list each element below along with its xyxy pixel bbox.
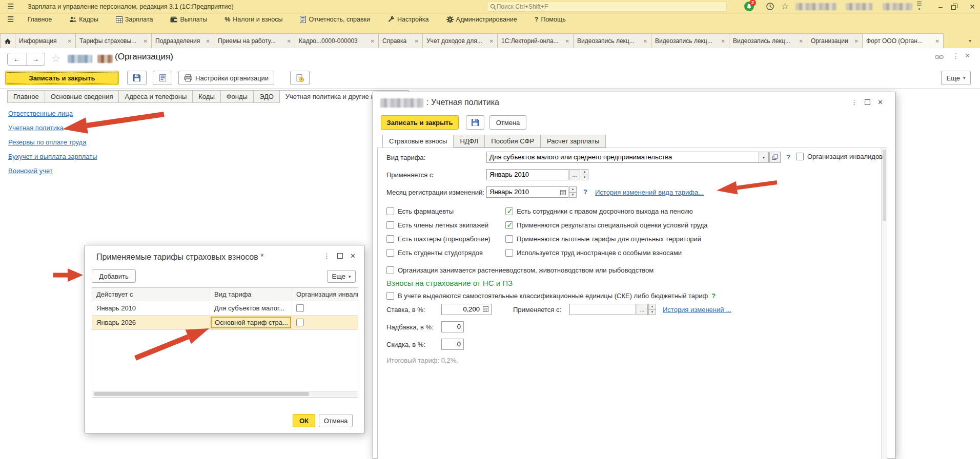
- cancel-button[interactable]: Отмена: [319, 414, 353, 427]
- browser-tab[interactable]: Справка✕: [379, 33, 423, 48]
- close-icon[interactable]: ✕: [854, 38, 859, 44]
- tab-posobiya-sfr[interactable]: Пособия СФР: [485, 135, 541, 148]
- checkbox[interactable]: [386, 266, 394, 274]
- close-icon[interactable]: ✕: [415, 38, 419, 44]
- menu-vyplaty[interactable]: Выплаты: [170, 16, 207, 23]
- org-disabled-checkbox[interactable]: [296, 319, 304, 326]
- checkbox-row[interactable]: Применяются льготные тарифы для отдельны…: [505, 235, 701, 243]
- checkbox-row[interactable]: Есть студенты студотрядов: [386, 249, 483, 257]
- browser-tab[interactable]: Информация✕: [15, 33, 76, 48]
- ok-button[interactable]: ОК: [293, 414, 315, 427]
- more-button[interactable]: Еще▾: [941, 71, 971, 85]
- reg-month-input[interactable]: Январь 2010: [486, 186, 568, 198]
- menu-nalogi[interactable]: % Налоги и взносы: [224, 16, 282, 23]
- rate-applies-input[interactable]: [569, 304, 636, 315]
- link-otvetstvennye-lica[interactable]: Ответственные лица: [8, 110, 73, 117]
- close-icon[interactable]: ✕: [371, 38, 375, 44]
- save-close-button[interactable]: Записать и закрыть: [381, 115, 459, 130]
- checkbox-row[interactable]: Есть сотрудники с правом досрочного выхо…: [505, 207, 693, 215]
- tab-kody[interactable]: Коды: [193, 90, 220, 103]
- calendar-icon[interactable]: [560, 190, 566, 195]
- browser-tab[interactable]: Тарифы страховы...✕: [76, 33, 152, 48]
- checkbox-row[interactable]: Есть члены летных экипажей: [386, 221, 488, 229]
- more-button[interactable]: Еще▾: [327, 270, 356, 283]
- favorites-star-icon[interactable]: ☆: [781, 1, 789, 12]
- close-icon[interactable]: ✕: [799, 38, 803, 44]
- checkbox[interactable]: [386, 249, 394, 257]
- close-icon[interactable]: ✕: [287, 38, 291, 44]
- tab-osnovnye-svedeniya[interactable]: Основные сведения: [45, 90, 119, 103]
- link-buhuchet[interactable]: Бухучет и выплата зарплаты: [8, 153, 97, 160]
- checkbox-checked[interactable]: [505, 221, 513, 229]
- tab-glavnoe[interactable]: Главное: [7, 90, 45, 103]
- save-button[interactable]: [127, 71, 147, 85]
- close-icon[interactable]: ✕: [565, 38, 569, 44]
- global-search[interactable]: [487, 2, 727, 12]
- discount-input[interactable]: 0: [441, 339, 464, 350]
- close-icon[interactable]: ✕: [877, 98, 883, 106]
- menu-otchetnost[interactable]: Отчетность, справки: [300, 16, 370, 23]
- checkbox[interactable]: [386, 292, 394, 300]
- calculator-icon[interactable]: [483, 306, 488, 312]
- restore-icon[interactable]: [951, 4, 957, 10]
- org-invalid-checkbox-row[interactable]: Организация инвалидов: [796, 153, 883, 160]
- browser-tab[interactable]: Видеозапись лекц...✕: [574, 33, 651, 48]
- checkbox-row[interactable]: Есть шахтеры (горнорабочие): [386, 235, 491, 243]
- menu-nastroyka[interactable]: Настройка: [387, 16, 429, 23]
- org-disabled-checkbox[interactable]: [296, 304, 304, 312]
- vertical-scrollbar[interactable]: [881, 148, 887, 459]
- browser-tab[interactable]: Видеозапись лекц...✕: [729, 33, 807, 48]
- close-icon[interactable]: ✕: [935, 38, 940, 44]
- checkbox[interactable]: [796, 153, 804, 160]
- close-icon[interactable]: ✕: [489, 38, 494, 44]
- menu-administrirovanie[interactable]: Администрирование: [446, 16, 517, 23]
- report-button[interactable]: [153, 71, 172, 85]
- tab-fondy[interactable]: Фонды: [221, 90, 254, 103]
- kebab-icon[interactable]: ⋮: [952, 52, 959, 60]
- menu-zarplata[interactable]: Зарплата: [116, 16, 153, 23]
- browser-tab[interactable]: Подразделения✕: [152, 33, 214, 48]
- browser-tab[interactable]: Приемы на работу...✕: [214, 33, 295, 48]
- hamburger-icon[interactable]: ☰: [7, 2, 14, 11]
- checkbox-row[interactable]: Есть фармацевты: [386, 207, 454, 215]
- link-uchetnaya-politika[interactable]: Учетная политика: [8, 124, 64, 132]
- link-icon[interactable]: [935, 54, 944, 60]
- checkbox[interactable]: [505, 249, 513, 257]
- menu-glavnoe[interactable]: Главное: [27, 16, 52, 23]
- kebab-icon[interactable]: ⋮: [851, 98, 858, 106]
- menu-pomosch[interactable]: ? Помощь: [535, 16, 566, 23]
- checkbox[interactable]: [505, 235, 513, 243]
- close-icon[interactable]: ✕: [350, 252, 356, 260]
- tab-overflow-icon[interactable]: ▾: [969, 38, 971, 44]
- tab-edo[interactable]: ЭДО: [254, 90, 280, 103]
- tariff-kind-input[interactable]: Для субъектов малого или среднего предпр…: [486, 152, 759, 163]
- org-settings-button[interactable]: Настройки организации: [178, 71, 274, 85]
- browser-tab[interactable]: Кадро...0000-000003✕: [295, 33, 379, 48]
- table-row[interactable]: Январь 2010 Для субъектов малог...: [92, 301, 358, 316]
- applies-from-input[interactable]: Январь 2010: [486, 169, 568, 180]
- checkbox[interactable]: [386, 235, 394, 243]
- link-voinskiy-uchet[interactable]: Воинский учет: [8, 167, 53, 175]
- browser-tab[interactable]: 1С:Лекторий-онла...✕: [498, 33, 574, 48]
- tab-ndfl[interactable]: НДФЛ: [454, 135, 485, 148]
- open-icon[interactable]: [769, 152, 781, 163]
- spinner[interactable]: ▲▼: [581, 169, 588, 180]
- horizontal-scrollbar[interactable]: [93, 391, 357, 397]
- spinner[interactable]: ▲▼: [569, 186, 577, 198]
- add-button[interactable]: Добавить: [92, 269, 136, 283]
- close-icon[interactable]: ✕: [967, 0, 978, 13]
- col-vid-tarifa[interactable]: Вид тарифа: [210, 288, 292, 301]
- checkbox-checked[interactable]: [505, 207, 513, 215]
- checkbox[interactable]: [386, 221, 394, 229]
- checkbox-row[interactable]: Используется труд иностранцев с особыми …: [505, 249, 682, 257]
- tab-raschet-zarplaty[interactable]: Расчет зарплаты: [541, 135, 606, 148]
- home-tab[interactable]: [0, 33, 15, 48]
- back-icon[interactable]: ←: [8, 53, 27, 65]
- browser-tab-active[interactable]: Форт ООО (Орган...✕: [863, 33, 944, 48]
- kebab-icon[interactable]: ⋮: [323, 252, 330, 260]
- dropdown-icon[interactable]: ▾: [759, 152, 769, 163]
- browser-tab[interactable]: Видеозапись лекц...✕: [651, 33, 729, 48]
- spinner[interactable]: ▲▼: [648, 304, 656, 315]
- tariff-history-link[interactable]: История изменений вида тарифа...: [595, 189, 704, 196]
- favorites-star-icon[interactable]: ☆: [51, 52, 60, 65]
